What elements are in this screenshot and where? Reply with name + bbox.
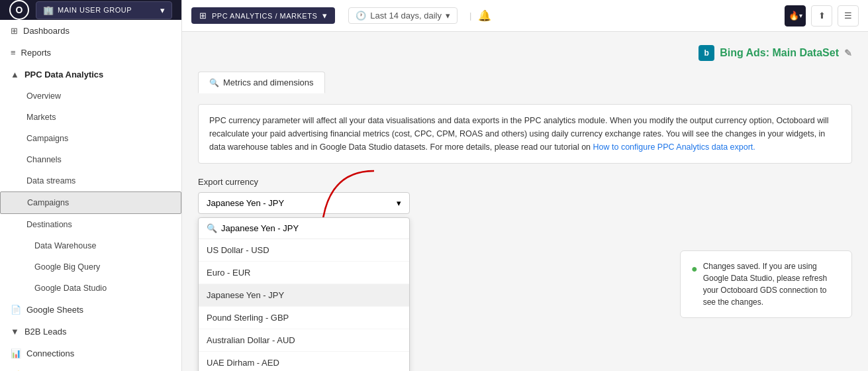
option-label: Australian Dollar - AUD <box>207 335 295 345</box>
bell-icon: 🔔 <box>478 9 491 22</box>
option-label: Euro - EUR <box>207 268 250 278</box>
currency-dropdown-menu: 🔍 US Dollar - USD Euro - EUR Japanese Ye… <box>198 217 410 371</box>
edit-icon[interactable]: ✎ <box>844 48 852 58</box>
group-label: MAIN USER GROUP <box>58 6 156 14</box>
sidebar-item-channels[interactable]: Channels <box>0 149 181 170</box>
date-selector[interactable]: 🕐 Last 14 days, daily ▾ <box>348 7 458 24</box>
reports-icon: ≡ <box>11 48 16 58</box>
fire-icon: 🔥 <box>789 11 799 21</box>
option-label: UAE Dirham - AED <box>207 358 279 368</box>
sidebar-item-insights[interactable]: 📊 Connections <box>0 343 181 364</box>
sidebar-item-label: Campaigns <box>26 134 68 143</box>
sheets-icon: 📄 <box>11 305 21 315</box>
success-notice: ● Changes saved. If you are using Google… <box>680 250 852 318</box>
content-area: b Bing Ads: Main DataSet ✎ 🔍 Metrics and… <box>182 32 868 371</box>
sidebar-item-b2b-leads[interactable]: ▼ B2B Leads <box>0 321 181 343</box>
dropdown-search-row: 🔍 <box>199 218 409 239</box>
sidebar-item-data-warehouse[interactable]: Data Warehouse <box>0 235 181 256</box>
fire-chevron: ▾ <box>799 12 802 19</box>
workspace-selector[interactable]: ⊞ PPC ANALYTICS / MARKETS ▾ <box>191 7 335 24</box>
sidebar-item-data-streams[interactable]: Data streams <box>0 170 181 191</box>
currency-option-aed[interactable]: UAE Dirham - AED <box>199 352 409 371</box>
clock-icon: 🕐 <box>356 11 366 21</box>
workspace-icon: ⊞ <box>199 11 207 21</box>
option-label: US Dollar - USD <box>207 245 269 255</box>
workspace-chevron: ▾ <box>322 11 327 21</box>
sidebar-item-destinations[interactable]: Destinations <box>0 214 181 235</box>
option-label: Pound Sterling - GBP <box>207 313 289 323</box>
group-selector[interactable]: 🏢 MAIN USER GROUP ▾ <box>36 1 172 19</box>
sidebar-item-label: Overview <box>26 91 61 101</box>
currency-option-gbp[interactable]: Pound Sterling - GBP <box>199 307 409 329</box>
group-icon: 🏢 <box>43 5 54 15</box>
ppc-icon: ▲ <box>11 70 19 80</box>
dataset-title: b Bing Ads: Main DataSet ✎ <box>699 45 852 61</box>
currency-option-usd[interactable]: US Dollar - USD <box>199 239 409 262</box>
search-icon: 🔍 <box>209 78 219 87</box>
currency-option-eur[interactable]: Euro - EUR <box>199 262 409 284</box>
dropdown-chevron: ▾ <box>397 198 401 208</box>
info-link[interactable]: How to configure PPC Analytics data expo… <box>593 142 755 152</box>
sidebar-item-label: Google Big Query <box>34 262 100 272</box>
sidebar-item-label: Channels <box>26 155 62 164</box>
sidebar-item-google-data-studio[interactable]: Google Data Studio <box>0 278 181 299</box>
group-chevron: ▾ <box>160 5 165 15</box>
bing-icon: b <box>699 45 714 61</box>
sidebar-item-label: Connections <box>26 348 74 358</box>
tab-bar: 🔍 Metrics and dimensions <box>198 72 852 93</box>
sidebar-item-label: Google Data Studio <box>34 284 107 293</box>
sidebar-header: O 🏢 MAIN USER GROUP ▾ <box>0 0 181 20</box>
success-text: Changes saved. If you are using Google D… <box>703 260 841 308</box>
sidebar-item-reports[interactable]: ≡ Reports <box>0 42 181 64</box>
dashboards-icon: ⊞ <box>11 26 18 36</box>
currency-option-aud[interactable]: Australian Dollar - AUD <box>199 329 409 352</box>
search-icon: 🔍 <box>207 223 217 233</box>
topbar: ⊞ PPC ANALYTICS / MARKETS ▾ 🕐 Last 14 da… <box>182 0 868 32</box>
page-header: b Bing Ads: Main DataSet ✎ <box>198 45 852 61</box>
tab-label: Metrics and dimensions <box>223 78 314 87</box>
export-currency-label: Export currency <box>198 177 852 187</box>
sidebar-item-label: B2B Leads <box>24 327 67 337</box>
workspace-label: PPC ANALYTICS / MARKETS <box>212 12 317 20</box>
success-dot: ● <box>691 261 698 277</box>
sidebar-item-label: PPC Data Analytics <box>24 70 103 80</box>
date-label: Last 14 days, daily <box>370 11 442 21</box>
date-chevron: ▾ <box>446 11 450 21</box>
menu-icon: ☰ <box>844 11 852 21</box>
topbar-actions: 🔥 ▾ ⬆ ☰ <box>785 5 859 26</box>
share-button[interactable]: ⬆ <box>811 5 832 26</box>
currency-search-input[interactable] <box>221 223 401 233</box>
sidebar-item-dashboards[interactable]: ⊞ Dashboards <box>0 20 181 42</box>
fire-button[interactable]: 🔥 ▾ <box>785 5 806 26</box>
sidebar-item-markets[interactable]: Markets <box>0 107 181 128</box>
sidebar: O 🏢 MAIN USER GROUP ▾ ⊞ Dashboards ≡ Rep… <box>0 0 182 371</box>
option-label: Japanese Yen - JPY <box>207 290 284 300</box>
currency-option-jpy[interactable]: Japanese Yen - JPY <box>199 284 409 307</box>
menu-button[interactable]: ☰ <box>838 5 859 26</box>
logo: O <box>9 0 29 20</box>
main-area: ⊞ PPC ANALYTICS / MARKETS ▾ 🕐 Last 14 da… <box>182 0 868 371</box>
sidebar-item-label: Destinations <box>26 220 72 229</box>
insights-icon: 📊 <box>11 348 21 358</box>
b2b-icon: ▼ <box>11 327 19 337</box>
sidebar-item-label: Google Sheets <box>26 305 83 315</box>
sidebar-item-label: Campaigns <box>27 198 69 207</box>
sidebar-item-connections[interactable]: ⚡ Connections <box>0 364 181 371</box>
selected-currency: Japanese Yen - JPY <box>207 198 284 208</box>
sidebar-item-overview[interactable]: Overview <box>0 85 181 107</box>
sidebar-item-label: Reports <box>21 48 52 58</box>
share-icon: ⬆ <box>818 11 826 21</box>
topbar-divider: | <box>469 11 471 21</box>
dataset-name: Bing Ads: Main DataSet <box>720 47 839 59</box>
tab-metrics-dimensions[interactable]: 🔍 Metrics and dimensions <box>198 72 325 93</box>
sidebar-item-google-big-query[interactable]: Google Big Query <box>0 256 181 278</box>
sidebar-item-google-sheets[interactable]: 📄 Google Sheets <box>0 299 181 321</box>
sidebar-item-currency[interactable]: Campaigns <box>0 191 181 214</box>
sidebar-item-label: Markets <box>26 113 56 122</box>
sidebar-item-label: Dashboards <box>23 26 70 36</box>
sidebar-item-ppc-data-analytics[interactable]: ▲ PPC Data Analytics <box>0 64 181 85</box>
sidebar-item-campaigns[interactable]: Campaigns <box>0 128 181 149</box>
sidebar-item-label: Data streams <box>26 176 75 186</box>
sidebar-item-label: Data Warehouse <box>34 241 96 250</box>
info-box: PPC currency parameter will affect all y… <box>198 104 852 164</box>
